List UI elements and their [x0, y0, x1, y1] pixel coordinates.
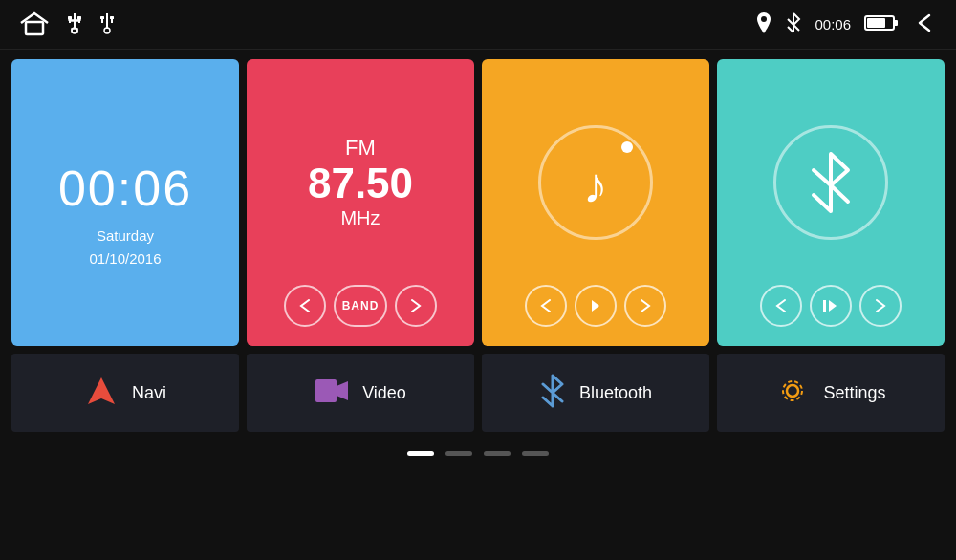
- bt-next-button[interactable]: [859, 285, 902, 327]
- svg-marker-18: [88, 377, 115, 404]
- fm-label: FM: [345, 136, 376, 161]
- fm-prev-button[interactable]: [284, 285, 326, 327]
- menu-item-navi[interactable]: Navi: [11, 354, 239, 432]
- clock-time: 00:06: [58, 160, 192, 217]
- clock-card[interactable]: 00:06 Saturday 01/10/2016: [11, 59, 239, 346]
- svg-point-13: [761, 16, 767, 22]
- settings-label: Settings: [823, 383, 885, 403]
- fm-card[interactable]: FM 87.50 MHz BAND: [247, 59, 474, 346]
- bluetooth-status-icon: [786, 11, 801, 38]
- svg-rect-0: [26, 22, 43, 34]
- bluetooth-menu-icon: [539, 374, 566, 412]
- bottom-menu-row: Navi Video Bluetooth: [11, 354, 945, 432]
- usb-icon-2: [98, 11, 117, 38]
- settings-icon: [775, 374, 810, 412]
- fm-content: FM 87.50 MHz: [308, 80, 413, 285]
- svg-rect-16: [894, 20, 898, 26]
- navi-label: Navi: [132, 383, 166, 403]
- svg-point-21: [787, 385, 798, 397]
- music-circle: ♪: [538, 125, 653, 240]
- page-dot-3[interactable]: [484, 451, 511, 456]
- music-note-icon: ♪: [583, 157, 608, 214]
- main-area: 00:06 Saturday 01/10/2016 FM 87.50 MHz B…: [0, 50, 956, 508]
- home-icon[interactable]: [17, 10, 52, 40]
- fm-next-button[interactable]: [395, 285, 437, 327]
- location-icon: [755, 11, 772, 38]
- video-icon: [315, 377, 349, 409]
- fm-frequency: 87.50: [308, 161, 413, 206]
- svg-marker-20: [337, 381, 348, 400]
- svg-rect-17: [823, 300, 826, 312]
- status-time: 00:06: [815, 16, 851, 32]
- music-next-button[interactable]: [624, 285, 666, 327]
- svg-rect-15: [867, 18, 885, 28]
- status-left: [17, 10, 117, 40]
- menu-item-video[interactable]: Video: [247, 354, 474, 432]
- menu-item-settings[interactable]: Settings: [717, 354, 945, 432]
- svg-rect-10: [100, 16, 104, 19]
- fm-unit: MHz: [340, 207, 380, 229]
- page-dot-4[interactable]: [522, 451, 549, 456]
- bluetooth-menu-label: Bluetooth: [579, 383, 652, 403]
- svg-rect-1: [68, 16, 72, 19]
- bt-prev-button[interactable]: [760, 285, 802, 327]
- svg-rect-11: [110, 16, 114, 19]
- menu-item-bluetooth[interactable]: Bluetooth: [482, 354, 709, 432]
- battery-icon: [864, 13, 899, 36]
- music-dot: [621, 141, 633, 153]
- bt-circle: [773, 125, 888, 240]
- navi-icon: [84, 374, 119, 412]
- page-dot-2[interactable]: [445, 451, 472, 456]
- svg-rect-19: [315, 379, 337, 402]
- page-dots: [11, 440, 945, 466]
- music-card[interactable]: ♪: [482, 59, 709, 346]
- video-label: Video: [362, 383, 406, 403]
- page-dot-1[interactable]: [407, 451, 434, 456]
- bt-controls: [727, 285, 935, 331]
- top-row-cards: 00:06 Saturday 01/10/2016 FM 87.50 MHz B…: [11, 59, 945, 346]
- svg-rect-2: [77, 16, 81, 19]
- bt-playpause-button[interactable]: [810, 285, 852, 327]
- clock-date: Saturday 01/10/2016: [89, 225, 161, 270]
- usb-icon-1: [65, 11, 84, 38]
- music-icon-wrap: ♪: [538, 80, 653, 285]
- music-play-button[interactable]: [575, 285, 617, 327]
- bt-symbol-icon: [804, 149, 858, 216]
- bt-icon-wrap: [773, 80, 888, 285]
- back-icon[interactable]: [912, 11, 939, 38]
- fm-controls: BAND: [256, 285, 465, 331]
- bluetooth-card[interactable]: [717, 59, 945, 346]
- music-prev-button[interactable]: [525, 285, 567, 327]
- status-bar: 00:06: [0, 0, 956, 50]
- music-controls: [491, 285, 700, 331]
- status-right: 00:06: [755, 11, 939, 38]
- fm-band-button[interactable]: BAND: [334, 285, 387, 327]
